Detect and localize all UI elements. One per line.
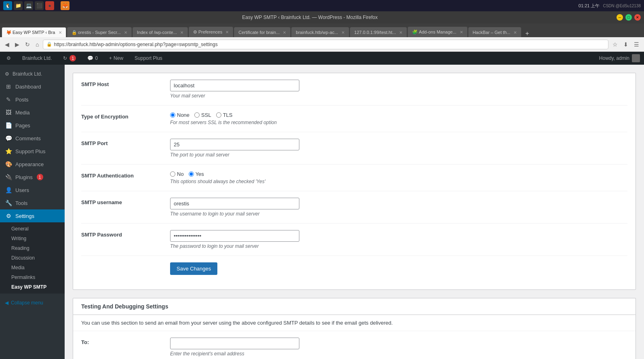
menu-button[interactable]: ☰ [632, 40, 641, 49]
tab-5-close[interactable]: ✕ [283, 30, 286, 35]
wp-logo-icon: ⚙ [6, 55, 11, 61]
tab-7-close[interactable]: ✕ [399, 30, 402, 35]
taskbar-icon-5[interactable]: ● [45, 1, 54, 10]
sidebar-item-appearance[interactable]: 🎨 Appearance [0, 158, 65, 171]
forward-button[interactable]: ▶ [13, 40, 21, 49]
tab-8[interactable]: 🧩 Add-ons Manage... ✕ [408, 27, 467, 37]
smtp-host-label: SMTP Host [81, 80, 170, 87]
maximize-button[interactable]: □ [625, 14, 632, 21]
testing-to-row: To: Enter the recipient's email address [81, 331, 627, 359]
comments-item[interactable]: 💬 0 [85, 52, 100, 65]
admin-avatar[interactable] [632, 54, 640, 62]
username-input[interactable] [170, 198, 299, 209]
site-name-item[interactable]: Brainfuck Ltd. [20, 52, 54, 65]
tab-5[interactable]: Certificate for brain... ✕ [234, 27, 290, 37]
tab-close-icon[interactable]: ✕ [59, 30, 62, 35]
testing-form: To: Enter the recipient's email address [73, 331, 636, 359]
tab-6-close[interactable]: ✕ [341, 30, 345, 35]
site-name-text: Brainfuck Ltd. [22, 55, 52, 61]
sidebar-item-comments[interactable]: 💬 Comments [0, 132, 65, 145]
firefox-taskbar-icon[interactable]: 🦊 [61, 1, 69, 10]
tab-7[interactable]: 127.0.0.1:99/test.ht... ✕ [350, 27, 407, 37]
taskbar-icon-2[interactable]: 📁 [14, 1, 23, 10]
password-input[interactable] [170, 230, 299, 242]
password-hint: The password to login to your mail serve… [170, 243, 627, 249]
sidebar-item-pages[interactable]: 📄 Pages [0, 119, 65, 132]
sidebar-label-appearance: Appearance [15, 161, 44, 167]
reload-button[interactable]: ↻ [23, 40, 32, 49]
collapse-menu-button[interactable]: ◀ Collapse menu [0, 297, 65, 309]
username-row: SMTP username The username to login to y… [81, 191, 627, 224]
testing-heading: Testing And Debugging Settings [73, 298, 636, 315]
close-button[interactable]: ✕ [634, 14, 641, 21]
sidebar-item-tools[interactable]: 🔧 Tools [0, 196, 65, 209]
auth-no-radio[interactable] [170, 171, 175, 177]
sidebar-item-media[interactable]: 🖼 Media [0, 106, 65, 119]
save-changes-button[interactable]: Save Changes [170, 262, 217, 275]
support-plus-item[interactable]: Support Plus [132, 52, 165, 65]
sidebar-sub-reading[interactable]: Reading [0, 243, 65, 253]
collapse-icon: ◀ [5, 300, 8, 306]
auth-field: No Yes This options should always be che… [170, 171, 627, 184]
tab-2[interactable]: 🔒 orestis - Super Secr... ✕ [67, 27, 132, 37]
sidebar-item-dashboard[interactable]: ⊞ Dashboard [0, 80, 65, 93]
sidebar-label-posts: Posts [15, 97, 29, 103]
sidebar-item-users[interactable]: 👤 Users [0, 184, 65, 196]
home-button[interactable]: ⌂ [34, 40, 40, 49]
encryption-ssl-text: SSL [201, 112, 211, 118]
new-tab-button[interactable]: + [522, 30, 532, 37]
address-bar[interactable]: 🔒 https://brainfuck.htb/wp-admin/options… [43, 40, 608, 49]
sidebar-item-settings[interactable]: ⚙ Settings [0, 209, 65, 222]
taskbar-icon-4[interactable]: ⬛ [35, 1, 44, 10]
updates-item[interactable]: ↻ 1 [61, 52, 78, 65]
sidebar-item-support-plus[interactable]: ⭐ Support Plus [0, 145, 65, 158]
minimize-button[interactable]: ─ [617, 14, 623, 21]
testing-to-input[interactable] [170, 338, 299, 349]
sidebar-sub-easy-wp-smtp[interactable]: Easy WP SMTP [0, 282, 65, 292]
sidebar-label-pages: Pages [15, 122, 30, 129]
sidebar-item-posts[interactable]: ✎ Posts [0, 93, 65, 106]
new-content-item[interactable]: + New [107, 52, 126, 65]
auth-yes-text: Yes [196, 171, 204, 177]
tab-9[interactable]: HackBar – Get th... ✕ [468, 27, 522, 37]
tab-8-close[interactable]: ✕ [460, 30, 463, 34]
encryption-ssl-label[interactable]: SSL [194, 112, 211, 118]
auth-yes-label[interactable]: Yes [189, 171, 204, 177]
bookmark-star[interactable]: ☆ [611, 40, 619, 49]
encryption-none-label[interactable]: None [170, 112, 189, 118]
auth-no-label[interactable]: No [170, 171, 184, 177]
downloads-icon[interactable]: ⬇ [622, 40, 630, 49]
encryption-tls-radio[interactable] [216, 112, 221, 118]
tab-4[interactable]: ⚙ Preferences ✕ [189, 27, 233, 37]
title-bar-text: Easy WP SMTP ‹ Brainfuck Ltd. — WordPres… [3, 15, 617, 20]
tab-6[interactable]: brainfuck.htb/wp-ac... ✕ [291, 27, 349, 37]
tab-4-close[interactable]: ✕ [225, 30, 229, 34]
back-button[interactable]: ◀ [3, 40, 11, 49]
encryption-none-text: None [177, 112, 189, 118]
sidebar-site-name: Brainfuck Ltd. [13, 71, 42, 77]
tab-3[interactable]: Index of /wp-conte... ✕ [133, 27, 188, 37]
encryption-tls-label[interactable]: TLS [216, 112, 233, 118]
username-field: The username to login to your mail serve… [170, 198, 627, 217]
save-row: Save Changes [81, 256, 627, 281]
smtp-host-input[interactable] [170, 80, 299, 91]
smtp-host-field: Your mail server [170, 80, 627, 99]
wp-logo-item[interactable]: ⚙ [4, 52, 13, 65]
encryption-ssl-radio[interactable] [194, 112, 200, 118]
tab-9-close[interactable]: ✕ [514, 30, 517, 35]
tab-active[interactable]: 🦊 Easy WP SMTP ‹ Bra... ✕ [2, 27, 66, 37]
smtp-port-input[interactable] [170, 139, 299, 150]
encryption-none-radio[interactable] [170, 112, 175, 118]
tab-3-close[interactable]: ✕ [180, 30, 183, 35]
taskbar-icon-1[interactable]: 🐧 [3, 1, 12, 10]
sidebar-sub-general[interactable]: General [0, 224, 65, 234]
taskbar-icon-3[interactable]: 💻 [24, 1, 33, 10]
sidebar-sub-permalinks[interactable]: Permalinks [0, 272, 65, 282]
sidebar-item-plugins[interactable]: 🔌 Plugins 1 [0, 171, 65, 184]
auth-yes-radio[interactable] [189, 171, 194, 177]
collapse-label: Collapse menu [11, 300, 43, 306]
tab-2-close[interactable]: ✕ [124, 30, 127, 35]
sidebar-sub-discussion[interactable]: Discussion [0, 253, 65, 263]
sidebar-sub-writing[interactable]: Writing [0, 234, 65, 243]
sidebar-sub-media[interactable]: Media [0, 263, 65, 272]
